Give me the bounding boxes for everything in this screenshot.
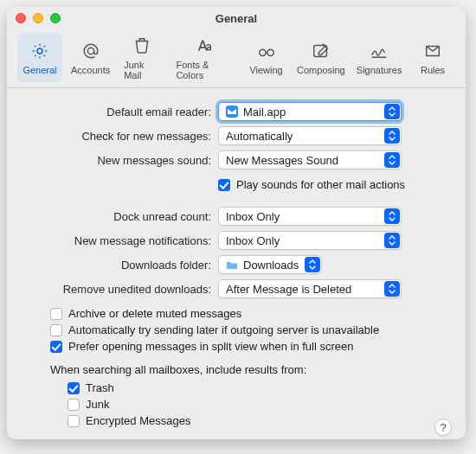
popup-value: Downloads [243,259,299,272]
trash-icon [132,36,152,58]
preferences-toolbar: General Accounts Junk Mail Fonts & Color… [7,29,466,88]
play-sounds-row[interactable]: Play sounds for other mail actions [218,178,405,191]
checkbox-label: Archive or delete muted messages [68,307,241,320]
tab-composing[interactable]: Composing [294,33,349,82]
auto-retry-row[interactable]: Automatically try sending later if outgo… [50,323,445,336]
checkbox-label: Encrypted Messages [86,414,190,427]
search-junk-row[interactable]: Junk [68,398,445,411]
tab-viewing[interactable]: Viewing [244,33,289,82]
window-title: General [7,12,466,25]
downloads-folder-popup[interactable]: Downloads [218,255,322,274]
label-default-reader: Default email reader: [28,106,218,118]
popup-value: Inbox Only [226,210,280,223]
label-downloads-folder: Downloads folder: [28,259,218,272]
svg-point-1 [87,48,93,54]
popup-value: After Message is Deleted [226,283,351,296]
label-check-messages: Check for new messages: [28,130,218,143]
tab-general[interactable]: General [17,33,62,82]
search-section-header: When searching all mailboxes, include re… [50,363,445,376]
checkbox-label: Play sounds for other mail actions [236,178,405,191]
popup-value: Automatically [226,130,293,143]
chevron-updown-icon [305,257,320,272]
notifications-popup[interactable]: Inbox Only [218,231,402,250]
chevron-updown-icon [384,104,400,119]
search-trash-checkbox[interactable] [68,382,80,394]
tab-junk-mail[interactable]: Junk Mail [119,33,165,82]
titlebar: General [7,7,466,29]
tab-accounts[interactable]: Accounts [68,33,113,82]
general-pane: Default email reader: Mail.app Check for… [7,88,466,439]
chevron-updown-icon [384,233,400,248]
folder-icon [226,259,238,271]
zoom-window-button[interactable] [50,13,61,23]
remove-downloads-popup[interactable]: After Message is Deleted [218,279,402,298]
popup-value: New Messages Sound [226,154,338,167]
auto-retry-checkbox[interactable] [50,324,62,336]
tab-label: Rules [421,65,445,75]
window-controls [16,13,61,23]
font-icon [195,36,215,58]
default-reader-popup[interactable]: Mail.app [218,102,402,121]
tab-label: Composing [297,65,345,75]
checkbox-label: Prefer opening messages in split view wh… [68,340,354,353]
dock-unread-popup[interactable]: Inbox Only [218,207,402,226]
label-notifications: New message notifications: [28,234,218,247]
checkbox-label: Junk [86,398,109,411]
tab-signatures[interactable]: Signatures [353,33,405,82]
tab-label: Viewing [249,65,282,75]
minimize-window-button[interactable] [33,13,43,23]
chevron-updown-icon [384,281,400,297]
tab-label: Junk Mail [124,60,160,80]
label-new-sound: New messages sound: [28,154,218,167]
search-encrypted-checkbox[interactable] [68,415,80,427]
signature-icon [369,42,389,63]
checkbox-label: Trash [86,381,114,394]
tab-rules[interactable]: Rules [410,33,455,82]
checkbox-label: Automatically try sending later if outgo… [68,323,379,336]
search-encrypted-row[interactable]: Encrypted Messages [68,414,445,427]
svg-point-2 [259,49,265,55]
compose-icon [311,42,331,63]
mail-app-icon [226,106,238,118]
archive-muted-checkbox[interactable] [50,308,62,320]
gear-icon [29,42,50,63]
play-sounds-checkbox[interactable] [218,179,230,191]
tab-fonts-colors[interactable]: Fonts & Colors [170,33,238,82]
label-dock-unread: Dock unread count: [28,210,218,223]
split-view-checkbox[interactable] [50,341,62,353]
svg-point-3 [267,49,273,55]
glasses-icon [256,42,277,63]
tab-label: General [23,65,56,75]
svg-point-0 [37,48,42,54]
archive-muted-row[interactable]: Archive or delete muted messages [50,307,445,320]
close-window-button[interactable] [16,13,26,23]
check-messages-popup[interactable]: Automatically [218,126,402,145]
chevron-updown-icon [384,152,400,168]
popup-value: Mail.app [243,106,286,118]
preferences-window: General General Accounts Junk Mail Fonts… [7,7,466,439]
help-button[interactable]: ? [434,419,452,436]
label-remove-downloads: Remove unedited downloads: [28,283,218,296]
split-view-row[interactable]: Prefer opening messages in split view wh… [50,340,445,353]
tab-label: Accounts [71,65,110,75]
chevron-updown-icon [384,208,400,224]
chevron-updown-icon [384,128,400,144]
at-icon [80,42,101,63]
help-icon: ? [440,421,446,434]
tab-label: Fonts & Colors [176,60,233,80]
search-junk-checkbox[interactable] [68,399,80,411]
tab-label: Signatures [357,65,402,75]
popup-value: Inbox Only [226,234,280,247]
search-trash-row[interactable]: Trash [68,381,445,394]
new-sound-popup[interactable]: New Messages Sound [218,150,402,169]
rules-icon [422,42,443,63]
